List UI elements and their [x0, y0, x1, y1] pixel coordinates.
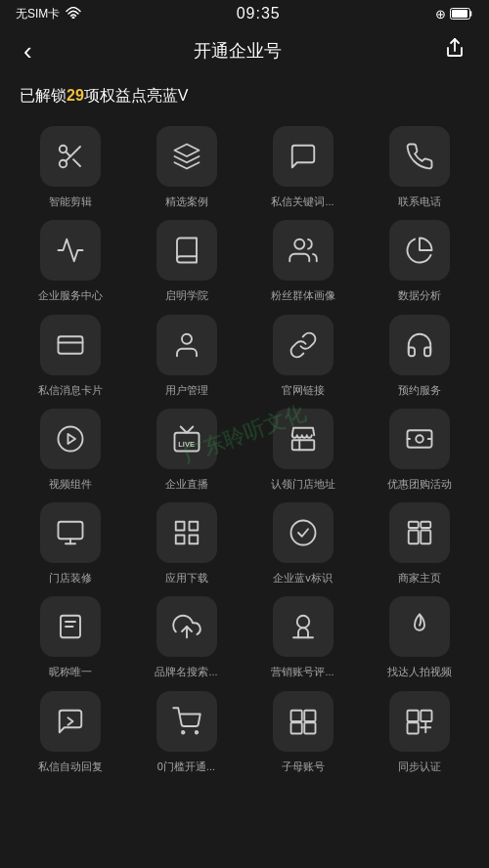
svg-rect-11 — [58, 336, 82, 354]
svg-point-42 — [195, 731, 198, 734]
svg-rect-30 — [175, 536, 184, 544]
icon-label-official-link: 官网链接 — [282, 383, 325, 397]
status-right: ⊕ — [435, 7, 473, 22]
svg-line-8 — [66, 152, 70, 156]
svg-rect-45 — [290, 722, 301, 733]
icon-label-smart-edit: 智能剪辑 — [49, 195, 92, 208]
back-button[interactable]: ‹ — [16, 32, 40, 70]
icon-label-data-analysis: 数据分析 — [398, 288, 441, 302]
icon-box-booking — [389, 315, 450, 375]
icon-box-blue-v — [273, 502, 333, 563]
icon-box-merchant-home — [389, 502, 450, 563]
icon-box-name-unique — [40, 596, 101, 657]
grid-item-influencer[interactable]: 找达人拍视频 — [365, 596, 473, 678]
icon-label-merchant-home: 商家主页 — [398, 571, 441, 585]
grid-item-dm-card[interactable]: 私信消息卡片 — [16, 315, 124, 397]
svg-rect-46 — [304, 722, 315, 733]
svg-rect-34 — [408, 531, 418, 544]
icon-label-fans-portrait: 粉丝群体画像 — [271, 288, 335, 302]
features-grid: 智能剪辑精选案例私信关键词...联系电话企业服务中心启明学院粉丝群体画像数据分析… — [0, 114, 489, 793]
svg-rect-2 — [452, 10, 467, 18]
svg-rect-35 — [421, 531, 430, 544]
icon-label-group-buy: 优惠团购活动 — [387, 477, 452, 491]
icon-label-blue-v: 企业蓝v标识 — [273, 571, 333, 585]
grid-item-smart-edit[interactable]: 智能剪辑 — [16, 126, 124, 208]
icon-label-marketing: 营销账号评... — [271, 665, 333, 678]
grid-item-brand-search[interactable]: 品牌名搜索... — [132, 596, 241, 678]
grid-item-data-analysis[interactable]: 数据分析 — [365, 220, 473, 302]
icon-label-academy: 启明学院 — [165, 288, 208, 302]
icon-label-store-decor: 门店装修 — [49, 571, 92, 585]
icon-box-store-decor — [40, 502, 101, 563]
svg-point-13 — [182, 333, 192, 343]
grid-item-marketing[interactable]: 营销账号评... — [248, 596, 357, 678]
grid-item-fans-portrait[interactable]: 粉丝群体画像 — [248, 220, 357, 302]
subtitle: 已解锁29项权益点亮蓝V — [0, 74, 489, 114]
icon-box-dm-card — [40, 315, 101, 375]
grid-item-video-widget[interactable]: 视频组件 — [16, 409, 124, 491]
grid-item-cases[interactable]: 精选案例 — [132, 126, 241, 208]
svg-rect-48 — [421, 711, 431, 721]
icon-box-sub-account — [273, 691, 333, 752]
grid-item-name-unique[interactable]: 昵称唯一 — [16, 596, 124, 678]
svg-rect-44 — [304, 711, 315, 721]
grid-item-blue-v[interactable]: 企业蓝v标识 — [248, 502, 357, 585]
icon-label-brand-search: 品牌名搜索... — [155, 665, 217, 678]
svg-point-41 — [182, 731, 185, 734]
grid-item-merchant-home[interactable]: 商家主页 — [365, 502, 473, 585]
grid-item-phone[interactable]: 联系电话 — [365, 126, 473, 208]
battery-icon — [450, 8, 473, 20]
icon-box-fans-portrait — [273, 220, 333, 281]
icon-box-dm-keyword — [273, 126, 333, 187]
icon-box-influencer — [389, 596, 450, 657]
icon-label-influencer: 找达人拍视频 — [387, 665, 452, 678]
grid-item-official-link[interactable]: 官网链接 — [248, 315, 357, 397]
share-button[interactable] — [436, 33, 473, 68]
grid-item-academy[interactable]: 启明学院 — [132, 220, 241, 302]
grid-item-dm-auto[interactable]: 私信自动回复 — [16, 691, 124, 773]
icon-box-app-download — [156, 502, 217, 563]
svg-marker-15 — [67, 434, 75, 444]
icon-label-name-unique: 昵称唯一 — [49, 665, 92, 678]
grid-item-0-open[interactable]: 0门槛开通... — [132, 691, 241, 773]
icon-label-dm-card: 私信消息卡片 — [38, 383, 103, 397]
grid-item-sync-cert[interactable]: 同步认证 — [365, 691, 473, 773]
icon-box-user-mgmt — [156, 315, 217, 375]
icon-label-biz-center: 企业服务中心 — [38, 288, 103, 302]
sim-label: 无SIM卡 — [16, 6, 60, 22]
icon-box-marketing — [273, 596, 333, 657]
icon-box-smart-edit — [40, 126, 101, 187]
grid-item-user-mgmt[interactable]: 用户管理 — [132, 315, 241, 397]
svg-rect-33 — [421, 522, 430, 528]
grid-item-store-addr[interactable]: 认领门店地址 — [248, 409, 357, 491]
icon-box-academy — [156, 220, 217, 281]
icon-label-sub-account: 子母账号 — [282, 760, 325, 773]
grid-item-app-download[interactable]: 应用下载 — [132, 502, 241, 585]
svg-rect-24 — [58, 522, 82, 540]
icon-box-sync-cert — [389, 691, 450, 752]
icon-label-dm-auto: 私信自动回复 — [38, 760, 103, 773]
icon-box-cases — [156, 126, 217, 187]
status-time: 09:35 — [237, 5, 281, 22]
icon-box-data-analysis — [389, 220, 450, 281]
icon-box-dm-auto — [40, 691, 101, 752]
icon-box-brand-search — [156, 596, 217, 657]
svg-point-14 — [58, 426, 82, 451]
status-left: 无SIM卡 — [16, 6, 81, 22]
icon-label-cases: 精选案例 — [165, 195, 208, 208]
wifi-icon — [66, 7, 81, 22]
grid-item-store-decor[interactable]: 门店装修 — [16, 502, 124, 585]
icon-label-0-open: 0门槛开通... — [157, 760, 215, 773]
svg-rect-47 — [407, 711, 418, 721]
svg-point-0 — [73, 17, 75, 19]
svg-rect-43 — [290, 711, 301, 721]
grid-item-live[interactable]: LIVE企业直播 — [132, 409, 241, 491]
grid-item-sub-account[interactable]: 子母账号 — [248, 691, 357, 773]
icon-label-video-widget: 视频组件 — [49, 477, 92, 491]
icon-label-app-download: 应用下载 — [165, 571, 208, 585]
grid-item-group-buy[interactable]: 优惠团购活动 — [365, 409, 473, 491]
svg-point-23 — [416, 435, 423, 443]
grid-item-biz-center[interactable]: 企业服务中心 — [16, 220, 124, 302]
grid-item-dm-keyword[interactable]: 私信关键词... — [248, 126, 357, 208]
grid-item-booking[interactable]: 预约服务 — [365, 315, 473, 397]
